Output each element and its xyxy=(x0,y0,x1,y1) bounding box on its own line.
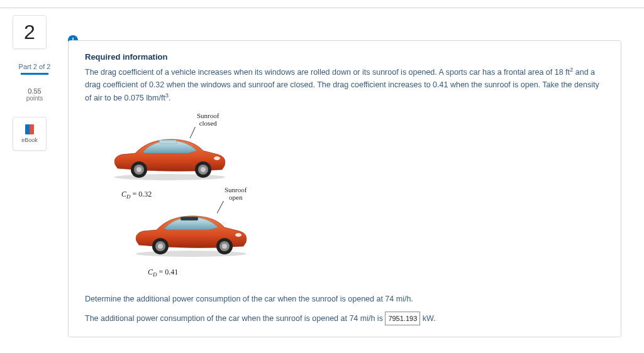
svg-point-8 xyxy=(214,156,220,160)
req-text-part3: . xyxy=(169,94,170,102)
question-number: 2 xyxy=(13,15,47,49)
page-top-divider xyxy=(0,8,644,8)
points-label: points xyxy=(13,95,57,102)
annotation-sunroof-closed: Sunroof closed xyxy=(197,112,219,127)
ebook-button[interactable]: eBook xyxy=(13,117,47,151)
annotation-open-line2: open xyxy=(225,193,247,201)
svg-point-7 xyxy=(201,167,206,172)
cd-open-c: C xyxy=(148,268,153,276)
annotation-closed-line1: Sunroof xyxy=(197,112,219,119)
car-open-image xyxy=(131,209,251,258)
cd-open-sym: CD xyxy=(148,268,157,276)
part-label: Part 2 of 2 xyxy=(13,63,57,70)
cd-label-open: CD = 0.41 xyxy=(148,268,178,278)
required-info-text: The drag coefficient of a vehicle increa… xyxy=(85,65,604,104)
required-info-heading: Required information xyxy=(85,52,604,62)
svg-rect-1 xyxy=(159,140,177,144)
req-text-part1: The drag coefficient of a vehicle increa… xyxy=(85,68,570,77)
content-panel: Required information The drag coefficien… xyxy=(68,40,621,337)
cd-label-closed: CD = 0.32 xyxy=(121,190,152,200)
svg-rect-10 xyxy=(180,217,198,220)
annotation-open-line1: Sunroof xyxy=(225,186,247,193)
cd-closed-val: = 0.32 xyxy=(131,190,152,198)
svg-point-4 xyxy=(136,167,142,172)
answer-input[interactable]: 7951.193 xyxy=(385,312,420,326)
svg-point-13 xyxy=(158,244,163,249)
cd-closed-sym: CD xyxy=(121,190,131,198)
annotation-sunroof-open: Sunroof open xyxy=(225,186,247,201)
svg-point-16 xyxy=(222,244,227,249)
answer-line: The additional power consumption of the … xyxy=(85,312,604,326)
annotation-closed-line2: closed xyxy=(197,119,219,127)
part-underline xyxy=(21,73,48,75)
points-value: 0.55 xyxy=(13,87,57,95)
car-closed-image xyxy=(110,132,230,181)
ebook-icon xyxy=(25,124,34,134)
question-prompt: Determine the additional power consumpti… xyxy=(85,293,604,306)
cd-closed-c: C xyxy=(121,190,126,198)
svg-point-17 xyxy=(235,233,242,237)
answer-suffix: kW. xyxy=(420,314,435,323)
ebook-label: eBook xyxy=(21,137,38,143)
cd-open-val: = 0.41 xyxy=(157,268,179,276)
sidebar: 2 Part 2 of 2 0.55 points eBook xyxy=(13,15,57,151)
answer-prefix: The additional power consumption of the … xyxy=(85,314,385,323)
diagram-area: Sunroof closed xyxy=(97,112,311,288)
